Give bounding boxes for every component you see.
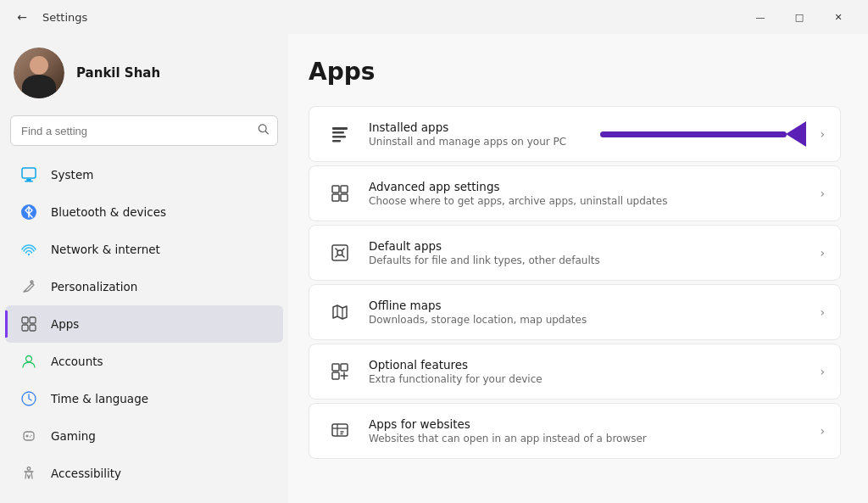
advanced-app-settings-icon: [325, 178, 355, 209]
svg-point-14: [31, 435, 31, 436]
search-container: [10, 115, 278, 146]
offline-maps-subtitle: Downloads, storage location, map updates: [369, 314, 806, 326]
advanced-app-settings-card[interactable]: Advanced app settings Choose where to ge…: [309, 165, 841, 221]
sidebar-item-bluetooth[interactable]: Bluetooth & devices: [5, 193, 283, 231]
svg-point-12: [26, 356, 32, 362]
network-icon: [19, 239, 39, 260]
apps-for-websites-title: Apps for websites: [369, 417, 806, 431]
svg-rect-11: [30, 325, 36, 331]
offline-maps-text: Offline maps Downloads, storage location…: [369, 299, 806, 326]
close-button[interactable]: ✕: [819, 3, 858, 31]
sidebar-item-system[interactable]: System: [5, 156, 283, 193]
svg-rect-10: [22, 325, 28, 331]
time-label: Time & language: [51, 392, 148, 405]
sidebar-item-accounts[interactable]: Accounts: [5, 343, 283, 380]
default-apps-icon: [325, 238, 355, 268]
network-label: Network & internet: [51, 243, 160, 256]
apps-for-websites-icon: [325, 416, 355, 446]
sidebar-item-personalization[interactable]: Personalization: [5, 268, 283, 305]
optional-features-text: Optional features Extra functionality fo…: [369, 358, 806, 385]
avatar: [14, 48, 64, 98]
installed-apps-title: Installed apps: [369, 120, 806, 134]
sidebar-item-gaming[interactable]: Gaming: [5, 417, 283, 455]
search-input[interactable]: [10, 115, 278, 146]
svg-rect-32: [332, 424, 348, 436]
titlebar: ← Settings — □ ✕: [0, 0, 868, 34]
svg-rect-25: [332, 245, 348, 260]
svg-rect-2: [22, 168, 36, 178]
bluetooth-label: Bluetooth & devices: [51, 205, 166, 219]
maximize-button[interactable]: □: [780, 3, 819, 31]
main-content: Apps Installed apps Uninstall: [288, 34, 868, 503]
offline-maps-chevron: ›: [820, 305, 825, 319]
apps-for-websites-subtitle: Websites that can open in an app instead…: [369, 433, 806, 444]
window-controls: — □ ✕: [741, 3, 858, 31]
installed-apps-text: Installed apps Uninstall and manage apps…: [369, 120, 806, 148]
svg-rect-27: [332, 364, 339, 371]
svg-point-15: [30, 436, 31, 437]
page-title: Apps: [309, 58, 841, 86]
svg-point-16: [27, 467, 31, 471]
offline-maps-icon: [325, 297, 355, 327]
personalization-icon: [19, 277, 39, 297]
default-apps-chevron: ›: [820, 246, 825, 260]
svg-rect-29: [332, 372, 339, 379]
default-apps-subtitle: Defaults for file and link types, other …: [369, 254, 806, 266]
svg-rect-19: [332, 136, 346, 138]
optional-features-icon: [325, 356, 355, 387]
user-name: Pankil Shah: [76, 65, 160, 81]
sidebar-nav: System Bluetooth & devices: [0, 156, 288, 492]
apps-for-websites-chevron: ›: [820, 424, 825, 438]
time-icon: [19, 388, 39, 409]
installed-apps-chevron: ›: [820, 127, 825, 141]
svg-rect-18: [332, 131, 344, 134]
sidebar-item-time[interactable]: Time & language: [5, 380, 283, 417]
svg-rect-28: [341, 364, 348, 371]
avatar-image: [14, 48, 64, 98]
personalization-label: Personalization: [51, 280, 137, 293]
optional-features-subtitle: Extra functionality for your device: [369, 373, 806, 385]
svg-rect-22: [341, 186, 348, 193]
svg-rect-24: [341, 194, 348, 201]
advanced-app-settings-chevron: ›: [820, 187, 825, 200]
sidebar: Pankil Shah: [0, 34, 288, 503]
settings-list: Installed apps Uninstall and manage apps…: [309, 106, 841, 459]
svg-point-7: [31, 281, 33, 283]
optional-features-title: Optional features: [369, 358, 806, 372]
titlebar-left: ← Settings: [10, 5, 741, 29]
offline-maps-title: Offline maps: [369, 299, 806, 312]
active-indicator: [5, 310, 8, 338]
minimize-button[interactable]: —: [741, 3, 780, 31]
titlebar-title: Settings: [42, 11, 87, 24]
svg-rect-9: [30, 317, 36, 323]
back-button[interactable]: ←: [10, 5, 34, 29]
svg-point-6: [28, 254, 30, 255]
svg-rect-20: [332, 140, 341, 143]
default-apps-title: Default apps: [369, 239, 806, 253]
advanced-app-settings-subtitle: Choose where to get apps, archive apps, …: [369, 195, 806, 207]
accessibility-label: Accessibility: [51, 467, 121, 480]
svg-line-1: [265, 131, 268, 134]
installed-apps-icon: [325, 119, 355, 149]
offline-maps-card[interactable]: Offline maps Downloads, storage location…: [309, 284, 841, 340]
default-apps-text: Default apps Defaults for file and link …: [369, 239, 806, 266]
sidebar-item-apps[interactable]: Apps: [5, 305, 283, 343]
sidebar-item-network[interactable]: Network & internet: [5, 231, 283, 268]
apps-for-websites-card[interactable]: Apps for websites Websites that can open…: [309, 403, 841, 459]
svg-rect-23: [332, 194, 339, 201]
installed-apps-card[interactable]: Installed apps Uninstall and manage apps…: [309, 106, 841, 162]
default-apps-card[interactable]: Default apps Defaults for file and link …: [309, 225, 841, 281]
svg-rect-17: [332, 127, 348, 130]
user-profile: Pankil Shah: [0, 34, 288, 115]
apps-label: Apps: [51, 317, 79, 331]
apps-for-websites-text: Apps for websites Websites that can open…: [369, 417, 806, 444]
settings-window: ← Settings — □ ✕ Pankil Shah: [0, 0, 868, 503]
sidebar-item-accessibility[interactable]: Accessibility: [5, 455, 283, 492]
svg-rect-21: [332, 186, 339, 193]
optional-features-chevron: ›: [820, 365, 825, 378]
svg-rect-8: [22, 317, 28, 323]
advanced-app-settings-text: Advanced app settings Choose where to ge…: [369, 180, 806, 207]
optional-features-card[interactable]: Optional features Extra functionality fo…: [309, 344, 841, 400]
svg-rect-3: [26, 179, 31, 181]
installed-apps-subtitle: Uninstall and manage apps on your PC: [369, 136, 806, 148]
